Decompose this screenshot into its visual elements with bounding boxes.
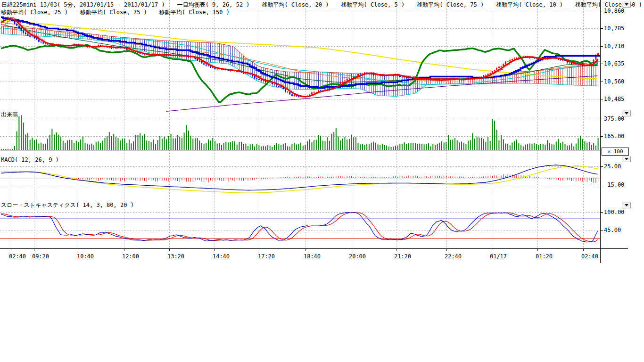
indicator-label: 移動平均( Close, 150 ) xyxy=(159,8,230,16)
price-axis-label: 10,710 xyxy=(604,43,624,49)
volume-multiplier-badge: × 100 xyxy=(602,148,629,156)
chart-area[interactable] xyxy=(0,0,644,362)
chevron-down-icon xyxy=(625,3,628,6)
indicator-label: 一目均衡表( 9, 26, 52 ) xyxy=(177,1,250,9)
macd-axis-label: -15.00 xyxy=(604,181,624,188)
price-axis-label: 10,785 xyxy=(604,25,624,32)
price-panel-dropdown-button[interactable] xyxy=(622,1,631,8)
time-axis-label: 18:40 xyxy=(302,253,322,260)
indicator-label: 移動平均( Close, 25 ) xyxy=(1,8,68,16)
time-axis-label: 12:00 xyxy=(120,253,141,260)
chevron-down-icon xyxy=(625,158,628,160)
time-axis-label: 21:20 xyxy=(392,253,413,260)
indicator-label: 移動平均( Close, 20 ) xyxy=(262,1,329,9)
chart-application-window: 日経225mini 13/03( 5分, 2013/01/15 - 2013/0… xyxy=(0,0,644,362)
indicator-label: 移動平均( Close, 75 ) xyxy=(417,1,484,9)
time-axis-label: 22:40 xyxy=(443,253,463,260)
time-axis-label: 13:20 xyxy=(165,253,186,260)
macd-panel-label: MACD( 12, 26, 9 ) xyxy=(1,156,59,163)
indicator-label: 日経225mini 13/03( 5分, 2013/01/15 - 2013/0… xyxy=(1,1,165,9)
price-axis-label: 10,635 xyxy=(604,60,624,67)
price-axis-label: 10,485 xyxy=(604,96,624,102)
volume-axis-label: 165.00 xyxy=(604,133,624,140)
stochastics-axis-label: 100.00 xyxy=(604,209,624,215)
price-axis-label: 10,560 xyxy=(604,78,624,85)
time-axis-label: 09:20 xyxy=(30,253,51,260)
time-axis-label: 02:40 xyxy=(579,253,600,260)
indicator-label: 移動平均( Close, 10 ) xyxy=(496,1,563,9)
time-axis-label: 02:40 xyxy=(7,253,28,260)
stochastics-panel-label: スロー・ストキャスティクス( 14, 3, 80, 20 ) xyxy=(1,202,134,208)
indicator-label: 移動平均( Close, 75 ) xyxy=(80,8,147,16)
volume-axis-label: 375.00 xyxy=(604,115,624,122)
stochastics-axis-label: 45.00 xyxy=(604,227,621,233)
indicator-header-row1: 日経225mini 13/03( 5分, 2013/01/15 - 2013/0… xyxy=(1,1,642,9)
time-axis-label: 20:00 xyxy=(347,253,368,260)
time-axis-label: 10:40 xyxy=(75,253,96,260)
indicator-label: 移動平均( Close, 5 ) xyxy=(341,1,405,9)
time-axis-label: 17:20 xyxy=(256,253,277,260)
volume-panel-dropdown-button[interactable] xyxy=(622,110,631,116)
time-axis-label: 01:20 xyxy=(534,253,554,260)
indicator-header-row2: 移動平均( Close, 25 )移動平均( Close, 75 )移動平均( … xyxy=(1,8,230,16)
stochastics-panel-dropdown-button[interactable] xyxy=(622,202,631,208)
chevron-down-icon xyxy=(625,112,628,115)
indicator-label: 移動平均( Close, 40 ) xyxy=(575,1,642,9)
time-axis-label: 14:40 xyxy=(211,253,231,260)
volume-panel-label: 出来高 xyxy=(1,111,18,118)
macd-axis-label: 25.00 xyxy=(604,163,621,170)
chevron-down-icon xyxy=(625,204,628,206)
macd-panel-dropdown-button[interactable] xyxy=(622,156,631,162)
time-axis-label: 01/17 xyxy=(488,253,509,260)
